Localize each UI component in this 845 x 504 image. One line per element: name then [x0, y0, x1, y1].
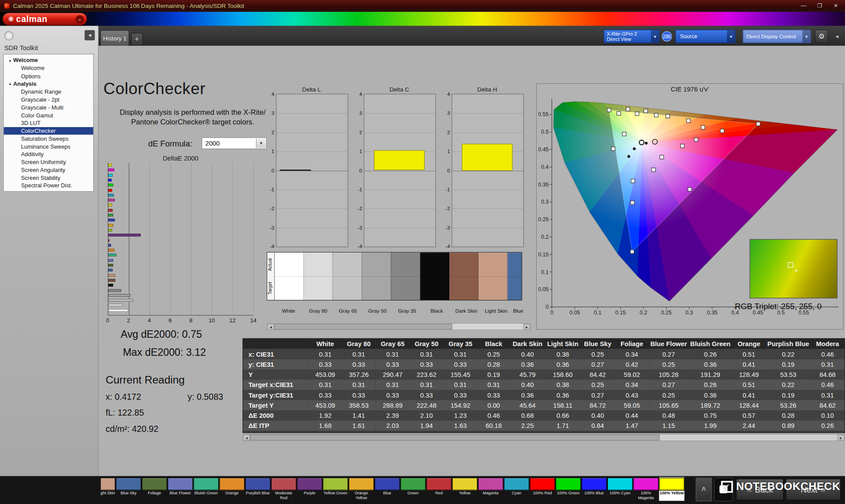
tree-group-welcome[interactable]: ▴Welcome [4, 56, 93, 64]
patch-button-yellow[interactable]: Yellow [452, 477, 478, 501]
scroll-right-arrow[interactable]: ► [838, 435, 845, 440]
close-button[interactable]: ✕ [828, 0, 844, 12]
back-button[interactable]: « Back [736, 479, 784, 500]
cell: 154.92 [444, 400, 478, 410]
calman-menu-button[interactable]: ❋ calman ⌄ [3, 13, 87, 25]
patch-button-blue[interactable]: Blue [375, 477, 400, 501]
display-control-dropdown[interactable]: Direct Display Control ▾ [742, 29, 811, 43]
expand-patches-button[interactable]: ˄ [696, 478, 712, 501]
row-label: x: CIE31 [243, 349, 309, 359]
scroll-right-arrow[interactable]: ► [523, 324, 530, 329]
bar-red [108, 209, 113, 212]
sidebar-item-welcome[interactable]: Welcome [4, 64, 93, 72]
sidebar-item-screen-stability[interactable]: Screen Stability [4, 174, 93, 182]
minimize-button[interactable]: — [795, 0, 812, 12]
patch-button-100-green[interactable]: 100% Green [555, 477, 581, 501]
sidebar-item-dynamic-range[interactable]: Dynamic Range [4, 88, 93, 96]
sidebar-item-colorchecker[interactable]: ColorChecker [4, 127, 93, 135]
cell: 0.19 [766, 390, 811, 400]
sidebar-item-options[interactable]: Options [4, 72, 93, 80]
patch-button-100-cyan[interactable]: 100% Cyan [607, 477, 633, 501]
table-scrollbar[interactable]: ◄ ► [242, 434, 845, 441]
patch-button-cyan[interactable]: Cyan [504, 477, 529, 501]
tab-history-1[interactable]: History 1 [100, 30, 129, 46]
formula-select[interactable]: 2000 ▾ [202, 137, 267, 149]
pattern-window-button[interactable] [714, 478, 733, 501]
patch-label: 100% Blue [581, 491, 607, 501]
patch-button-100-yellow[interactable]: 100% Yellow [659, 477, 685, 501]
sidebar-item-spectral-power-dist[interactable]: Spectral Power Dist. [4, 182, 93, 190]
cell: 0.31 [410, 380, 444, 390]
patch-button-orange[interactable]: Orange [219, 477, 245, 501]
source-dropdown[interactable]: Source ▾ [675, 29, 735, 43]
bar-yellow [108, 204, 112, 206]
bar-green [108, 214, 113, 216]
y-tick-label: 1 [355, 148, 362, 154]
sidebar-item-color-gamut[interactable]: Color Gamut [4, 111, 93, 119]
bar-100-cyan [108, 174, 113, 176]
patch-swatch [633, 478, 659, 490]
cell: 0.46 [478, 410, 510, 420]
sidebar-item-3d-lut[interactable]: 3D LUT [4, 119, 93, 127]
patch-label: ght Skin [100, 491, 115, 501]
meter-status-badge[interactable]: 235 [662, 31, 672, 41]
patch-button-red[interactable]: Red [426, 477, 452, 501]
patch-button-purplish-blue[interactable]: Purplish Blue [245, 477, 271, 501]
gridline [452, 208, 523, 209]
scrollbar-thumb[interactable] [274, 324, 452, 329]
sidebar-item-screen-angularity[interactable]: Screen Angularity [4, 166, 93, 174]
y-tick-label: 0 [443, 167, 450, 173]
sidebar-item-saturation-sweeps[interactable]: Saturation Sweeps [4, 135, 93, 142]
patch-button-yellow-green[interactable]: Yellow Green [323, 477, 348, 501]
bar-blue-sky [108, 269, 112, 271]
patch-button-purple[interactable]: Purple [297, 477, 323, 501]
patch-button-orange-yellow[interactable]: Orange Yellow [349, 477, 374, 501]
cell: 0.40 [510, 380, 545, 390]
cell: 0.33 [342, 390, 376, 400]
sidebar-item-screen-uniformity[interactable]: Screen Uniformity [4, 158, 93, 166]
cell: 128.49 [732, 369, 766, 380]
sidebar-item-grayscale-multi[interactable]: Grayscale - Multi [4, 103, 93, 111]
y-tick-label: 4 [267, 91, 274, 97]
patch-button-moderate-red[interactable]: Moderate Red [271, 477, 297, 501]
sidebar-item-luminance-sweeps[interactable]: Luminance Sweeps [4, 142, 93, 150]
next-button[interactable]: Next » [786, 479, 841, 500]
patch-button-ght-skin[interactable]: ght Skin [100, 477, 115, 501]
patch-button-blue-sky[interactable]: Blue Sky [116, 477, 141, 501]
bar-moderate-red [108, 239, 109, 241]
scroll-left-arrow[interactable]: ◄ [267, 324, 274, 329]
swatch-scrollbar[interactable]: ◄ ► [267, 323, 531, 330]
meter-dropdown[interactable]: X-Rite i1Pro 2 Direct View ▾ [603, 29, 659, 43]
cell: 155.45 [444, 369, 478, 380]
tree-group-analysis[interactable]: ▴Analysis [4, 80, 93, 88]
column-header: Dark Skin [510, 339, 545, 349]
panel-collapse-button[interactable]: ◂ [833, 31, 841, 41]
cell: 1.68 [309, 420, 342, 431]
maximize-button[interactable]: ❐ [812, 0, 828, 12]
patch-label: 100% Red [530, 491, 555, 501]
patch-button-100-magenta[interactable]: 100% Magenta [633, 477, 659, 501]
y-tick-label: 3 [267, 110, 274, 116]
svg-text:0.35: 0.35 [538, 182, 549, 188]
svg-text:0.05: 0.05 [538, 286, 549, 292]
patch-button-100-red[interactable]: 100% Red [530, 477, 555, 501]
nav-dot-icon[interactable] [4, 31, 14, 40]
svg-text:0: 0 [546, 304, 549, 310]
add-tab-button[interactable]: + [131, 33, 143, 46]
patch-button-bluish-green[interactable]: Bluish Green [194, 477, 219, 501]
swatch-label: Dark Skin [452, 308, 481, 314]
scroll-left-arrow[interactable]: ◄ [243, 435, 250, 440]
patch-button-green[interactable]: Green [400, 477, 426, 501]
patch-button-magenta[interactable]: Magenta [478, 477, 503, 501]
sidebar-collapse-button[interactable]: ◂ [84, 30, 95, 40]
sidebar-item-grayscale-2pt[interactable]: Grayscale - 2pt [4, 95, 93, 103]
patch-button-blue-flower[interactable]: Blue Flower [168, 477, 193, 501]
sidebar-item-additivity[interactable]: Additivity [4, 150, 93, 158]
patch-button-foliage[interactable]: Foliage [142, 477, 167, 501]
patch-label: Purple [297, 491, 323, 501]
scrollbar-thumb[interactable] [250, 435, 660, 440]
settings-gear-button[interactable]: ⚙ [815, 29, 828, 43]
table-row: ΔE 20001.921.412.392.101.230.460.680.660… [243, 410, 845, 420]
patch-button-100-blue[interactable]: 100% Blue [581, 477, 607, 501]
svg-text:0.15: 0.15 [538, 252, 549, 258]
